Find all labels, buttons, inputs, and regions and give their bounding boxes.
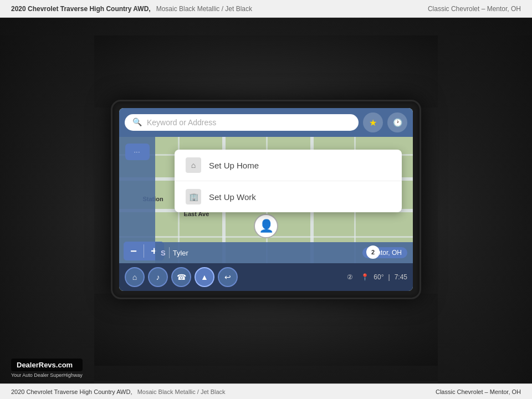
favorites-button[interactable]: ★ — [363, 112, 383, 132]
home-nav-button[interactable]: ⌂ — [125, 267, 145, 287]
zoom-out-button[interactable]: − — [124, 242, 144, 260]
car-bottom-panel — [94, 294, 438, 366]
user-location-button[interactable]: 👤 — [254, 214, 278, 238]
street-name-label: Tyler — [173, 249, 359, 257]
search-icon: 🔍 — [132, 117, 142, 127]
screen-bezel: 90 Maple St Station East Ave 🔍 Keyword o… — [111, 100, 421, 299]
back-icon: ↩ — [224, 273, 231, 282]
car-top-panel — [94, 35, 438, 108]
dots-icon: ··· — [134, 149, 140, 155]
set-up-work-label: Set Up Work — [209, 192, 256, 202]
status-bar: ② 📍 60° | 7:45 — [347, 273, 407, 281]
car-title-header: 2020 Chevrolet Traverse High Country AWD… — [11, 5, 252, 13]
time-separator: | — [388, 273, 390, 281]
search-bar-area: 🔍 Keyword or Address ★ 🕐 — [119, 108, 413, 137]
car-right-panel — [438, 35, 532, 399]
bottom-navigation-bar: ⌂ ♪ ☎ ▲ ↩ ② 📍 — [119, 263, 413, 291]
star-icon: ★ — [369, 117, 377, 128]
route-badge: 2 — [366, 245, 380, 259]
context-menu: ⌂ Set Up Home 🏢 Set Up Work — [175, 150, 402, 212]
watermark-tagline: Your Auto Dealer SuperHighway — [11, 372, 83, 378]
car-interior: 90 Maple St Station East Ave 🔍 Keyword o… — [0, 18, 532, 381]
street-bar-divider — [169, 247, 170, 258]
navigation-nav-button[interactable]: ▲ — [195, 267, 214, 287]
time-display: 7:45 — [395, 273, 407, 281]
search-input-wrapper[interactable]: 🔍 Keyword or Address — [125, 114, 359, 131]
bottom-caption-bar: 2020 Chevrolet Traverse High Country AWD… — [0, 383, 532, 399]
recent-button[interactable]: 🕐 — [387, 112, 407, 132]
back-nav-button[interactable]: ↩ — [218, 267, 238, 287]
compass-indicator: S — [161, 249, 166, 257]
route-number: ② — [347, 273, 357, 281]
set-up-work-item[interactable]: 🏢 Set Up Work — [175, 181, 402, 212]
car-left-panel — [0, 35, 94, 399]
car-title-footer: 2020 Chevrolet Traverse High Country AWD… — [11, 388, 226, 395]
more-options-button[interactable]: ··· — [125, 144, 150, 160]
temperature-display: 60° — [374, 273, 383, 281]
phone-icon: ☎ — [177, 273, 186, 282]
work-menu-icon: 🏢 — [186, 189, 201, 204]
set-up-home-label: Set Up Home — [209, 161, 259, 170]
top-info-bar: 2020 Chevrolet Traverse High Country AWD… — [0, 0, 532, 18]
phone-nav-button[interactable]: ☎ — [171, 267, 191, 287]
search-input[interactable]: Keyword or Address — [147, 118, 351, 127]
user-icon: 👤 — [259, 219, 274, 233]
dealer-name-footer: Classic Chevrolet – Mentor, OH — [436, 388, 521, 395]
watermark: DealerRevs.com Your Auto Dealer SuperHig… — [11, 359, 83, 378]
dealer-name-header: Classic Chevrolet – Mentor, OH — [428, 5, 521, 13]
location-icon: 📍 — [361, 273, 369, 281]
home-menu-icon: ⌂ — [186, 157, 201, 173]
watermark-logo: DealerRevs.com — [11, 359, 83, 371]
music-icon: ♪ — [156, 273, 160, 282]
nav-icon: ▲ — [201, 273, 208, 282]
home-icon: ⌂ — [132, 273, 137, 282]
set-up-home-item[interactable]: ⌂ Set Up Home — [175, 150, 402, 181]
infotainment-screen: 90 Maple St Station East Ave 🔍 Keyword o… — [119, 108, 413, 291]
clock-icon: 🕐 — [393, 118, 402, 127]
music-nav-button[interactable]: ♪ — [148, 267, 168, 287]
